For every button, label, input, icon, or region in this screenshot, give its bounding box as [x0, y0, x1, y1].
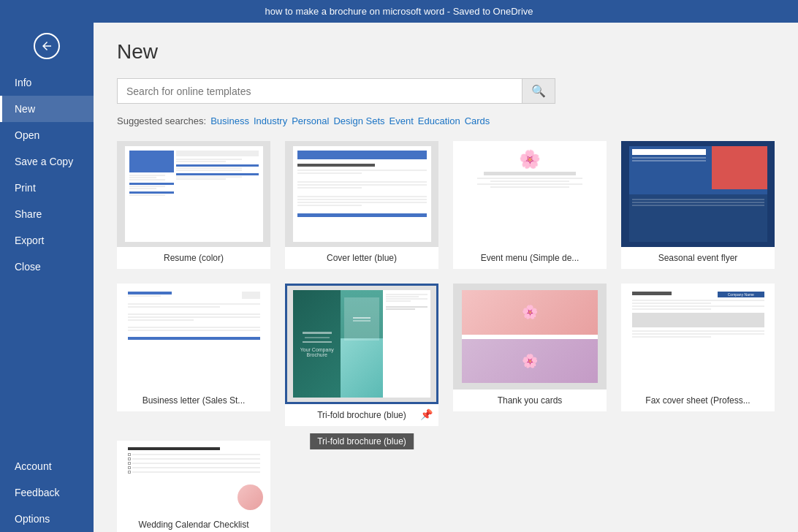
pin-icon: 📌: [420, 408, 433, 420]
sidebar-nav: Info New Open Save a Copy Print Share Ex…: [0, 69, 94, 280]
template-biz-letter[interactable]: Business letter (Sales St...: [117, 284, 270, 426]
search-input[interactable]: [118, 80, 522, 103]
suggested-business[interactable]: Business: [210, 115, 249, 126]
template-label: Wedding Calendar Checklist: [117, 514, 270, 532]
suggested-industry[interactable]: Industry: [254, 115, 287, 126]
main-content: New 🔍 Suggested searches: Business Indus…: [94, 23, 798, 532]
template-label: Cover letter (blue): [285, 247, 438, 269]
sidebar-item-new[interactable]: New: [0, 96, 94, 122]
template-label: Seasonal event flyer: [621, 247, 775, 269]
suggested-design-sets[interactable]: Design Sets: [333, 115, 384, 126]
title-bar: how to make a brochure on microsoft word…: [0, 0, 798, 23]
sidebar-item-close[interactable]: Close: [0, 254, 94, 280]
sidebar-item-account[interactable]: Account: [0, 453, 94, 479]
back-arrow-icon: [40, 39, 53, 53]
template-label: Business letter (Sales St...: [117, 390, 270, 411]
sidebar-item-share[interactable]: Share: [0, 201, 94, 227]
search-button[interactable]: 🔍: [522, 79, 555, 103]
templates-grid: Resume (color): [117, 141, 775, 532]
sidebar: Info New Open Save a Copy Print Share Ex…: [0, 23, 94, 532]
sidebar-item-save-copy[interactable]: Save a Copy: [0, 148, 94, 175]
suggested-searches: Suggested searches: Business Industry Pe…: [117, 115, 775, 126]
suggested-personal[interactable]: Personal: [292, 115, 329, 126]
back-button[interactable]: [0, 23, 94, 69]
template-label: Thank you cards: [453, 390, 607, 411]
template-thankyou[interactable]: 🌸 🌸 Thank you cards: [453, 284, 607, 426]
page-title: New: [117, 40, 775, 64]
sidebar-item-info[interactable]: Info: [0, 69, 94, 96]
template-label: Resume (color): [117, 247, 270, 269]
template-fax[interactable]: Company Name Fax cover sheet (P: [621, 284, 775, 426]
template-brochure[interactable]: Your CompanyBrochure: [285, 284, 438, 426]
sidebar-item-print[interactable]: Print: [0, 175, 94, 201]
template-cover-letter[interactable]: Cover letter (blue): [285, 141, 438, 269]
template-resume-color[interactable]: Resume (color): [117, 141, 270, 269]
sidebar-bottom-nav: Account Feedback Options: [0, 453, 94, 532]
sidebar-item-feedback[interactable]: Feedback: [0, 479, 94, 506]
template-wedding[interactable]: Wedding Calendar Checklist: [117, 441, 270, 532]
sidebar-item-options[interactable]: Options: [0, 506, 94, 532]
suggested-education[interactable]: Education: [418, 115, 460, 126]
template-label: Fax cover sheet (Profess...: [621, 390, 775, 411]
template-label: Event menu (Simple de...: [453, 247, 607, 269]
suggested-cards[interactable]: Cards: [465, 115, 490, 126]
template-event-menu[interactable]: 🌸 Event menu (Simple de...: [453, 141, 607, 269]
title-bar-text: how to make a brochure on microsoft word…: [265, 6, 533, 17]
brochure-tooltip: Tri-fold brochure (blue): [310, 433, 414, 449]
search-bar: 🔍: [117, 78, 555, 104]
template-label: Tri-fold brochure (blue): [285, 404, 438, 426]
sidebar-item-open[interactable]: Open: [0, 122, 94, 148]
template-seasonal-flyer[interactable]: Seasonal event flyer: [621, 141, 775, 269]
suggested-event[interactable]: Event: [390, 115, 414, 126]
suggested-label: Suggested searches:: [117, 115, 206, 126]
sidebar-item-export[interactable]: Export: [0, 227, 94, 254]
